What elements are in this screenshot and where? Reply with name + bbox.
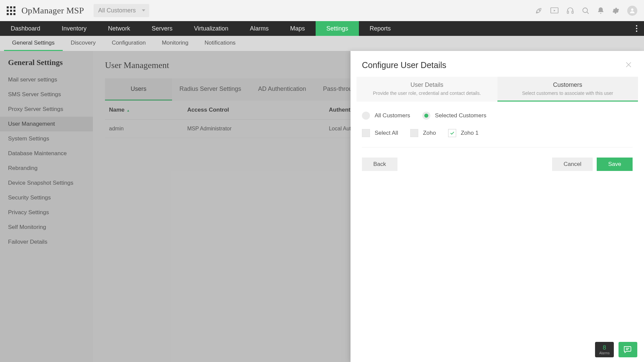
panel-tab-user-details[interactable]: User Details Provide the user role, cred… [357, 77, 497, 102]
customer-select[interactable]: All Customers [94, 4, 149, 17]
tab-ad-auth[interactable]: AD Authentication [249, 78, 316, 101]
apps-icon[interactable] [7, 6, 15, 15]
sidebar-item-label: Proxy Server Settings [8, 106, 63, 112]
tab-users[interactable]: Users [105, 78, 172, 101]
radio-all-customers[interactable] [362, 112, 370, 120]
tab-label: AD Authentication [258, 85, 306, 92]
customer-scope-radios: All Customers Selected Customers [362, 112, 633, 120]
sidebar-item-label: System Settings [8, 135, 49, 142]
rocket-icon[interactable] [535, 7, 543, 15]
sidebar-item-system[interactable]: System Settings [0, 131, 93, 146]
sidebar-item-database[interactable]: Database Maintenance [0, 146, 93, 161]
nav-label: Servers [152, 25, 172, 32]
nav-more-icon[interactable] [629, 21, 644, 36]
nav-label: Settings [326, 25, 348, 32]
nav-network[interactable]: Network [97, 21, 141, 36]
alarm-label: Alarms [599, 351, 609, 355]
back-button[interactable]: Back [362, 158, 397, 171]
nav-alarms[interactable]: Alarms [239, 21, 279, 36]
sidebar-item-label: Mail server settings [8, 76, 57, 83]
tab-label: Users [130, 85, 146, 92]
svg-rect-2 [567, 11, 569, 13]
nav-label: Alarms [250, 25, 269, 32]
nav-label: Inventory [62, 25, 87, 32]
svg-point-4 [583, 8, 588, 12]
sidebar-item-self-monitoring[interactable]: Self Monitoring [0, 220, 93, 235]
sidebar-item-snapshot[interactable]: Device Snapshot Settings [0, 176, 93, 190]
sidebar-item-label: User Management [8, 121, 55, 127]
search-icon[interactable] [582, 7, 590, 15]
sidebar-item-user-management[interactable]: User Management [0, 117, 93, 131]
panel-title: Configure User Details [362, 60, 446, 70]
cell-access: MSP Administrator [183, 119, 325, 138]
ptab-sub: Provide the user role, credential and co… [361, 90, 493, 96]
panel-tab-customers[interactable]: Customers Select customers to associate … [497, 77, 638, 102]
customer-checks: Select All Zoho Zoho 1 [362, 129, 633, 147]
nav-maps[interactable]: Maps [279, 21, 316, 36]
sidebar-item-security[interactable]: Security Settings [0, 190, 93, 205]
nav-inventory[interactable]: Inventory [51, 21, 97, 36]
svg-point-0 [539, 9, 540, 10]
headset-icon[interactable] [566, 7, 574, 15]
col-label: Name [109, 107, 124, 113]
nav-label: Virtualization [194, 25, 228, 32]
chat-icon[interactable] [619, 342, 637, 357]
panel-actions: Back Cancel Save [362, 158, 633, 171]
ptab-title: Customers [501, 81, 634, 88]
close-icon[interactable] [625, 61, 633, 70]
bell-icon[interactable] [597, 7, 604, 15]
nav-settings[interactable]: Settings [316, 21, 359, 36]
sidebar-item-sms[interactable]: SMS Server Settings [0, 87, 93, 102]
mainnav: Dashboard Inventory Network Servers Virt… [0, 21, 644, 36]
subnav-label: Notifications [205, 40, 236, 46]
subnav-configuration[interactable]: Configuration [104, 36, 154, 51]
col-access[interactable]: Access Control [183, 101, 325, 120]
radio-label: All Customers [375, 112, 410, 119]
subnav: General Settings Discovery Configuration… [0, 36, 644, 51]
topbar: OpManager MSP All Customers [0, 0, 644, 21]
btn-label: Save [608, 161, 621, 167]
sidebar-item-label: Self Monitoring [8, 224, 46, 230]
cell-name: admin [105, 119, 183, 138]
nav-virtualization[interactable]: Virtualization [183, 21, 239, 36]
nav-servers[interactable]: Servers [141, 21, 183, 36]
nav-label: Reports [370, 25, 391, 32]
subnav-label: Monitoring [162, 40, 188, 46]
checkbox-zoho-1[interactable] [448, 129, 456, 137]
sidebar-item-label: SMS Server Settings [8, 91, 61, 98]
save-button[interactable]: Save [597, 158, 633, 171]
tab-radius[interactable]: Radius Server Settings [172, 78, 249, 101]
body: General Settings Mail server settings SM… [0, 51, 644, 362]
sidebar-item-label: Rebranding [8, 165, 38, 171]
topbar-icons [535, 6, 637, 16]
subnav-discovery[interactable]: Discovery [63, 36, 104, 51]
presentation-icon[interactable] [550, 7, 559, 15]
radio-selected-customers[interactable] [422, 112, 430, 120]
btn-label: Back [373, 161, 386, 167]
nav-reports[interactable]: Reports [359, 21, 401, 36]
sidebar-item-privacy[interactable]: Privacy Settings [0, 205, 93, 220]
avatar[interactable] [627, 6, 637, 16]
sidebar-title: General Settings [0, 58, 93, 72]
radio-label: Selected Customers [435, 112, 486, 119]
subnav-general-settings[interactable]: General Settings [4, 36, 63, 51]
panel-tabs: User Details Provide the user role, cred… [357, 77, 638, 102]
sidebar-item-rebranding[interactable]: Rebranding [0, 161, 93, 176]
alarm-badge[interactable]: 8 Alarms [595, 342, 614, 357]
col-name[interactable]: Name▲ [105, 101, 183, 120]
subnav-notifications[interactable]: Notifications [197, 36, 244, 51]
cancel-button[interactable]: Cancel [552, 158, 593, 171]
subnav-label: Discovery [71, 40, 96, 46]
gear-icon[interactable] [612, 7, 620, 15]
nav-label: Network [108, 25, 130, 32]
checkbox-select-all[interactable] [362, 129, 370, 137]
subnav-monitoring[interactable]: Monitoring [154, 36, 196, 51]
sidebar-item-mail[interactable]: Mail server settings [0, 72, 93, 87]
nav-dashboard[interactable]: Dashboard [0, 21, 51, 36]
sidebar-item-label: Security Settings [8, 194, 51, 201]
sidebar-item-proxy[interactable]: Proxy Server Settings [0, 102, 93, 117]
sidebar-item-failover[interactable]: Failover Details [0, 235, 93, 249]
checkbox-zoho[interactable] [410, 129, 418, 137]
check-label: Select All [375, 130, 398, 136]
sidebar-item-label: Failover Details [8, 239, 47, 245]
